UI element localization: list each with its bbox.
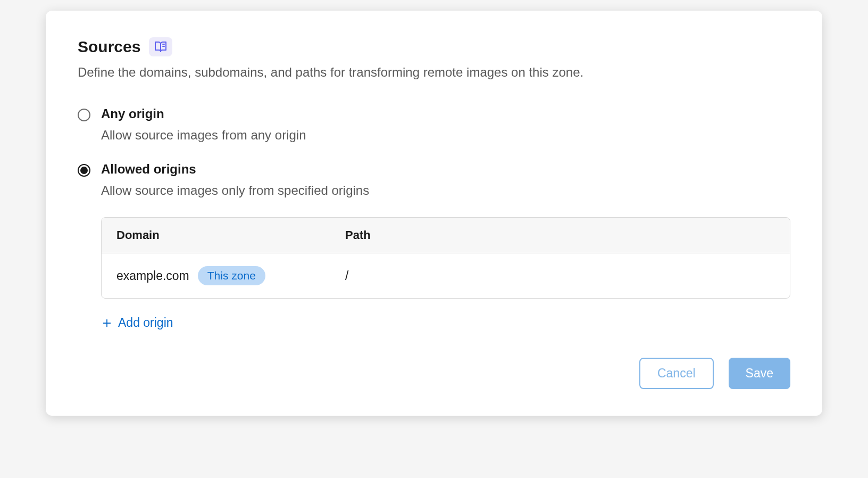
- zone-badge: This zone: [198, 266, 265, 285]
- origins-table: Domain Path example.com This zone /: [101, 217, 790, 299]
- table-row[interactable]: example.com This zone /: [102, 253, 790, 298]
- description-text: Define the domains, subdomains, and path…: [78, 65, 790, 80]
- header-row: Sources: [78, 37, 790, 56]
- cell-domain: example.com This zone: [116, 266, 345, 285]
- book-icon: [154, 40, 167, 53]
- radio-subtitle-allowed: Allow source images only from specified …: [101, 183, 790, 198]
- button-row: Cancel Save: [78, 358, 790, 389]
- radio-option-any-origin[interactable]: Any origin Allow source images from any …: [78, 106, 790, 143]
- radio-option-allowed-origins[interactable]: Allowed origins Allow source images only…: [78, 162, 790, 332]
- radio-any-origin[interactable]: [78, 109, 90, 121]
- plus-icon: [101, 317, 113, 329]
- cell-path: /: [345, 269, 775, 283]
- docs-badge[interactable]: [149, 37, 172, 56]
- header-path: Path: [345, 228, 775, 242]
- radio-allowed-origins[interactable]: [78, 164, 90, 177]
- add-origin-label: Add origin: [118, 316, 173, 330]
- radio-content: Any origin Allow source images from any …: [101, 106, 790, 143]
- add-origin-button[interactable]: Add origin: [101, 314, 173, 332]
- domain-value: example.com: [116, 269, 189, 283]
- radio-content: Allowed origins Allow source images only…: [101, 162, 790, 332]
- radio-title-allowed: Allowed origins: [101, 162, 790, 177]
- header-domain: Domain: [116, 228, 345, 242]
- sources-card: Sources Define the domains, subdomains, …: [46, 11, 822, 416]
- radio-subtitle-any: Allow source images from any origin: [101, 128, 790, 143]
- cancel-button[interactable]: Cancel: [639, 358, 714, 389]
- save-button[interactable]: Save: [729, 358, 790, 389]
- page-title: Sources: [78, 38, 140, 56]
- radio-title-any: Any origin: [101, 106, 790, 121]
- table-header: Domain Path: [102, 218, 790, 253]
